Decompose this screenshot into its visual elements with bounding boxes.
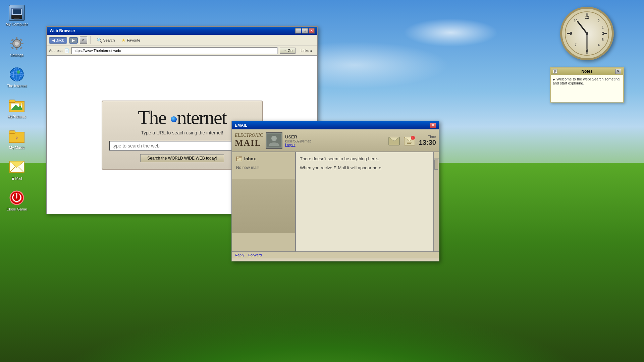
go-button[interactable]: → Go [280,48,296,54]
browser-titlebar: Web Browser _ □ ✕ [47,27,317,35]
links-button[interactable]: Links » [298,48,315,54]
browser-maximize-button[interactable]: □ [302,28,308,34]
svg-rect-9 [21,43,23,44]
email-empty-line1: There doesn't seem to be anything here..… [300,156,435,161]
internet-search-button-label: Search the WORLD WIDE WEB today! [147,156,217,161]
scroll-thumb[interactable] [434,160,438,170]
svg-text:12: 12 [585,15,589,20]
browser-minimize-button[interactable]: _ [295,28,301,34]
email-scrollbar[interactable] [433,152,439,251]
svg-rect-13 [20,47,22,49]
email-window-controls: ✕ [430,123,436,128]
address-label: Address [49,49,62,53]
svg-rect-2 [14,15,19,16]
svg-point-5 [15,42,19,46]
notes-body: Welcome to the web! Search someting and … [551,75,623,102]
svg-rect-6 [16,37,17,40]
svg-rect-68 [236,157,239,158]
svg-point-19 [17,70,20,74]
email-action-icons: ! [387,132,416,149]
notes-window-controls: ✕ [615,69,621,74]
sidebar-item-close-game[interactable]: Close Game [3,188,30,213]
svg-text:7: 7 [575,43,577,47]
compose-button[interactable] [387,134,401,147]
reply-link[interactable]: Reply [235,253,244,257]
my-computer-label: My Computer [6,22,28,26]
svg-text:!: ! [413,137,414,140]
desktop-icon-container: My Computer Settings [3,3,30,213]
email-logo-bottom: MAIL [235,138,261,148]
svg-text:6: 6 [586,49,588,53]
svg-text:9: 9 [570,31,572,36]
browser-close-button[interactable]: ✕ [309,28,315,34]
internet-title-the: The [138,107,170,128]
address-input[interactable] [71,47,278,54]
inbox-label: Inbox [244,156,256,161]
sidebar-item-my-computer[interactable]: My Computer [3,3,30,27]
no-mail-text: No new mail! [235,163,292,173]
back-button[interactable]: ◀ Back [49,37,67,44]
page-icon: 📄 [64,48,69,53]
email-icon [9,159,25,175]
my-pictures-label: MyPictures [8,115,26,119]
notes-close-button[interactable]: ✕ [615,69,621,74]
inbox-button[interactable]: ! [403,134,416,147]
sidebar-item-my-music[interactable]: ♪ My Music [3,127,30,151]
svg-text:10: 10 [574,19,578,23]
user-avatar [266,132,282,149]
email-titlebar: EMAIL ✕ [232,121,439,129]
search-button[interactable]: 🔍 Search [94,37,117,44]
email-close-button[interactable]: ✕ [430,123,436,128]
notes-widget: Notes ✕ Welcome to the web! Search somet… [550,67,624,103]
refresh-button[interactable]: ⟳ [80,37,87,44]
svg-rect-21 [9,100,15,103]
email-body: Inbox No new mail! There doesn't seem to… [232,152,439,251]
links-label: Links [301,49,309,53]
logout-link[interactable]: Logout [285,143,311,147]
go-label: Go [287,49,292,53]
browser-toolbar: ◀ Back ▶ ⟳ 🔍 Search ★ Favorite [47,35,317,46]
email-window: EMAIL ✕ ELECTRONIC MAIL USER kUser532@em… [231,121,439,261]
star-icon: ★ [121,38,126,43]
sidebar-item-email[interactable]: E-Mail [3,158,30,182]
back-arrow-icon: ◀ [52,38,55,42]
notes-title: Notes [581,69,592,74]
settings-icon [9,36,25,52]
forward-link[interactable]: Forward [248,253,262,257]
svg-text:5: 5 [602,38,604,42]
favorite-button[interactable]: ★ Favorite [119,37,143,44]
email-user-section: USER kUser532@emab Logout [266,132,385,149]
email-empty-line2: When you recive E-Mail it will appear he… [300,165,435,170]
inbox-sidebar-item[interactable]: Inbox [235,155,292,163]
back-label: Back [56,38,64,42]
clock-face: 12 3 6 9 2 4 7 10 1 5 [560,7,614,60]
clock-svg: 12 3 6 9 2 4 7 10 1 5 [564,10,610,57]
email-sidebar: Inbox No new mail! [232,152,296,251]
browser-title: Web Browser [50,28,75,33]
music-folder-icon: ♪ [9,128,25,144]
scroll-up-button[interactable] [434,152,439,159]
svg-point-58 [271,136,277,141]
computer-icon [9,5,25,21]
email-footer: Reply Forward [232,251,439,258]
sidebar-item-settings[interactable]: Settings [3,34,30,58]
notes-content: Welcome to the web! Search someting and … [553,77,621,85]
sidebar-item-the-internet[interactable]: The Internet [3,65,30,89]
svg-text:4: 4 [598,43,600,47]
globe-icon [9,66,25,82]
svg-rect-26 [9,131,15,133]
svg-rect-3 [13,16,21,17]
toolbar-separator [91,36,91,44]
notes-icon [553,69,559,74]
pictures-folder-icon [9,97,25,113]
svg-rect-7 [16,48,17,50]
links-chevron: » [310,49,312,53]
sidebar-item-my-pictures[interactable]: MyPictures [3,96,30,120]
internet-search-button[interactable]: Search the WORLD WIDE WEB today! [140,154,224,162]
my-music-label: My Music [9,145,24,149]
favorite-label: Favorite [127,38,140,42]
forward-button[interactable]: ▶ [69,37,78,44]
svg-rect-12 [11,47,14,49]
email-header: ELECTRONIC MAIL USER kUser532@emab Logou… [232,129,439,152]
settings-label: Settings [10,53,23,57]
